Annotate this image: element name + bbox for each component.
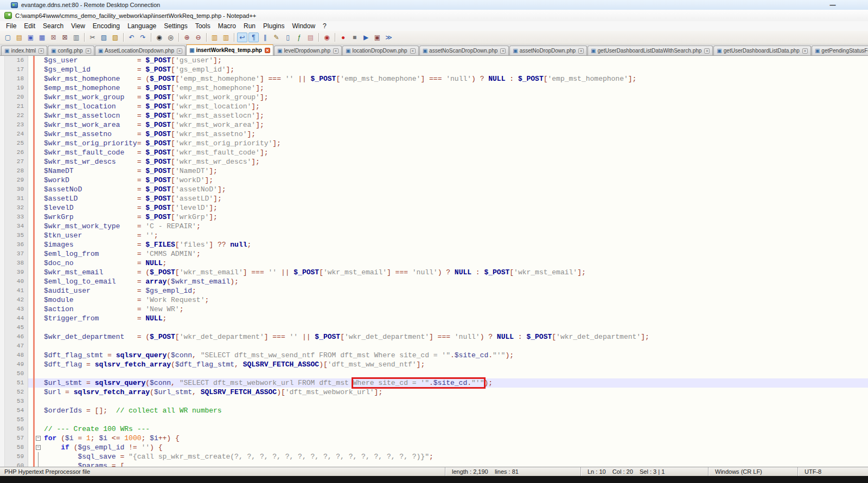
code-text[interactable]: $audit_user = $gs_empl_id; — [42, 286, 868, 295]
code-text[interactable]: $levelD = $_POST['levelD']; — [42, 203, 868, 212]
fold-collapse-icon[interactable]: – — [36, 445, 41, 450]
tab-close-icon[interactable]: × — [410, 48, 416, 54]
code-text[interactable]: $NameDT = $_POST['NameDT']; — [42, 166, 868, 176]
fold-margin[interactable] — [35, 277, 42, 286]
bookmark-margin[interactable] — [28, 231, 33, 240]
define-language-icon[interactable]: ✎ — [271, 33, 282, 42]
menu-edit[interactable]: Edit — [20, 22, 39, 30]
line-number[interactable]: 20 — [5, 93, 28, 102]
fold-margin[interactable] — [35, 212, 42, 222]
line-number[interactable]: 48 — [5, 351, 28, 360]
menu-settings[interactable]: Settings — [160, 22, 191, 30]
code-text[interactable]: $gs_empl_id = $_POST['gs_empl_id']; — [42, 65, 868, 74]
save-all-icon[interactable]: ▦ — [37, 33, 47, 42]
fold-collapse-icon[interactable]: – — [36, 436, 41, 441]
line-number[interactable]: 52 — [5, 388, 28, 397]
code-text[interactable]: for ($i = 1; $i <= 1000; $i++) { — [42, 434, 868, 443]
bookmark-margin[interactable] — [28, 83, 33, 93]
bookmark-margin[interactable] — [28, 240, 33, 249]
fold-margin[interactable] — [35, 452, 42, 461]
menu-search[interactable]: Search — [39, 22, 67, 30]
fold-margin[interactable] — [35, 249, 42, 259]
bookmark-margin[interactable] — [28, 139, 33, 148]
fold-margin[interactable] — [35, 415, 42, 424]
line-number[interactable]: 59 — [5, 452, 28, 461]
line-number[interactable]: 26 — [5, 148, 28, 157]
bookmark-margin[interactable] — [28, 74, 33, 83]
bookmark-margin[interactable] — [28, 286, 33, 295]
code-text[interactable]: $images = $_FILES['files'] ?? null; — [42, 240, 868, 249]
fold-margin[interactable] — [35, 93, 42, 102]
code-text[interactable]: $orderIds = []; // collect all WR number… — [42, 406, 868, 415]
bookmark-margin[interactable] — [28, 351, 33, 360]
menu-help[interactable]: ? — [319, 22, 330, 30]
fold-margin[interactable] — [35, 157, 42, 166]
bookmark-margin[interactable] — [28, 65, 33, 74]
fold-margin[interactable] — [35, 240, 42, 249]
code-text[interactable]: $assetNoD = $_POST['assetNoD']; — [42, 185, 868, 194]
bookmark-margin[interactable] — [28, 314, 33, 323]
code-text[interactable] — [42, 342, 868, 351]
redo-icon[interactable]: ↷ — [138, 33, 148, 42]
line-number[interactable]: 50 — [5, 369, 28, 378]
fold-margin[interactable] — [35, 406, 42, 415]
fold-margin[interactable] — [35, 74, 42, 83]
code-text[interactable] — [42, 323, 868, 332]
bookmark-margin[interactable] — [28, 461, 33, 467]
line-number[interactable]: 55 — [5, 415, 28, 424]
code-text[interactable]: $wkr_mst_wr_descs = $_POST['wkr_mst_wr_d… — [42, 157, 868, 166]
fold-margin[interactable] — [35, 351, 42, 360]
line-number[interactable]: 27 — [5, 157, 28, 166]
undo-icon[interactable]: ↶ — [126, 33, 137, 42]
code-text[interactable]: $params = [ — [42, 461, 868, 467]
word-wrap-icon[interactable]: ↩ — [237, 33, 247, 42]
code-text[interactable]: $wkr_det_department = ($_POST['wkr_det_d… — [42, 332, 868, 342]
line-number[interactable]: 34 — [5, 222, 28, 231]
tab-assetNoDropDown.php[interactable]: ▣assetNoDropDown.php× — [509, 46, 587, 55]
fold-margin[interactable] — [35, 424, 42, 434]
fold-margin[interactable] — [35, 130, 42, 139]
fold-margin[interactable] — [35, 65, 42, 74]
fold-margin[interactable] — [35, 314, 42, 323]
line-number[interactable]: 23 — [5, 120, 28, 130]
line-number[interactable]: 32 — [5, 203, 28, 212]
bookmark-margin[interactable] — [28, 424, 33, 434]
bookmark-margin[interactable] — [28, 259, 33, 268]
bookmark-margin[interactable] — [28, 194, 33, 203]
line-number[interactable]: 30 — [5, 185, 28, 194]
menu-language[interactable]: Language — [124, 22, 160, 30]
line-number[interactable]: 54 — [5, 406, 28, 415]
replace-icon[interactable]: ◎ — [165, 33, 176, 42]
bookmark-margin[interactable] — [28, 332, 33, 342]
fold-margin[interactable] — [35, 360, 42, 369]
tab-locationDropDown.php[interactable]: ▣locationDropDown.php× — [342, 46, 419, 55]
save-icon[interactable]: ▣ — [25, 33, 36, 42]
bookmark-margin[interactable] — [28, 130, 33, 139]
function-list-icon[interactable]: ƒ — [294, 33, 304, 42]
line-number[interactable]: 47 — [5, 342, 28, 351]
bookmark-margin[interactable] — [28, 360, 33, 369]
bookmark-margin[interactable] — [28, 102, 33, 111]
bookmark-margin[interactable] — [28, 378, 33, 388]
fold-margin[interactable] — [35, 120, 42, 130]
line-number[interactable]: 56 — [5, 424, 28, 434]
indent-guide-icon[interactable]: ∥ — [260, 33, 270, 42]
line-number[interactable]: 25 — [5, 139, 28, 148]
macro-run-multiple-icon[interactable]: ≫ — [384, 33, 394, 42]
fold-margin[interactable] — [35, 369, 42, 378]
line-number[interactable]: 16 — [5, 56, 28, 65]
fold-margin[interactable] — [35, 176, 42, 185]
fold-margin[interactable] — [35, 185, 42, 194]
code-text[interactable]: $wkr_mst_work_type = 'C - REPAIR'; — [42, 222, 868, 231]
code-text[interactable]: $wkr_mst_fault_code = $_POST['wkr_mst_fa… — [42, 148, 868, 157]
fold-margin[interactable] — [35, 231, 42, 240]
bookmark-margin[interactable] — [28, 212, 33, 222]
line-number[interactable]: 29 — [5, 176, 28, 185]
print-icon[interactable]: ▥ — [71, 33, 81, 42]
close-icon[interactable]: ⊠ — [48, 33, 59, 42]
document-map-icon[interactable]: ▯ — [283, 33, 293, 42]
line-number[interactable]: 37 — [5, 249, 28, 259]
code-text[interactable]: $wkr_mst_homephone = ($_POST['emp_mst_ho… — [42, 74, 868, 83]
tab-assetNoScanDropDown.php[interactable]: ▣assetNoScanDropDown.php× — [419, 46, 509, 55]
fold-margin[interactable]: – — [35, 434, 42, 443]
